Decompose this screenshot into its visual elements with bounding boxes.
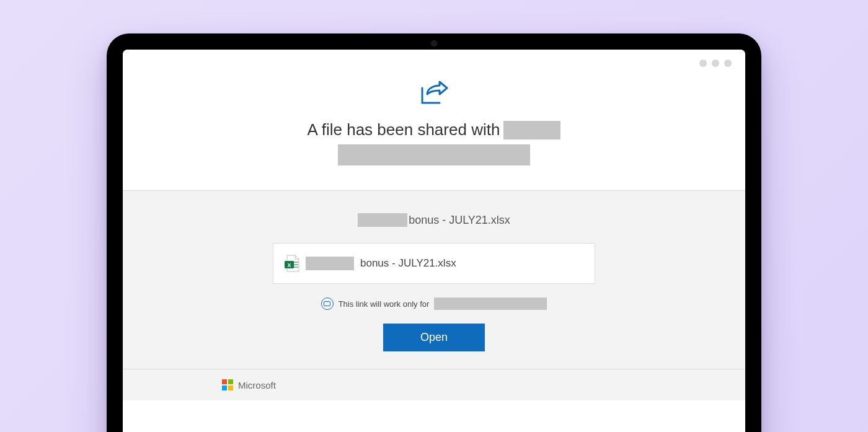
headline-text: A file has been shared with — [308, 120, 500, 139]
share-icon — [418, 79, 450, 109]
screen: A file has been shared with bonus - JULY… — [123, 50, 745, 432]
link-restriction-note: This link will work only for — [148, 298, 720, 310]
redacted-filename-prefix — [358, 213, 407, 227]
window-control-dot[interactable] — [699, 60, 707, 67]
link-note-text: This link will work only for — [339, 299, 430, 309]
filename-caption: bonus - JULY21.xlsx — [148, 213, 720, 227]
redacted-link-recipient — [434, 298, 547, 310]
device-frame: A file has been shared with bonus - JULY… — [107, 33, 761, 432]
footer-brand-text: Microsoft — [238, 380, 276, 390]
headline: A file has been shared with — [148, 120, 720, 165]
redacted-recipient-inline — [503, 121, 560, 139]
redacted-filebox-prefix — [306, 257, 354, 270]
footer: Microsoft — [123, 369, 745, 400]
window-control-dot[interactable] — [724, 60, 732, 67]
excel-file-icon: X — [285, 255, 299, 272]
window-controls[interactable] — [699, 60, 732, 67]
microsoft-logo-icon — [222, 379, 233, 390]
share-header-section: A file has been shared with — [123, 50, 745, 191]
svg-text:X: X — [287, 262, 291, 268]
redacted-recipient-line2 — [338, 144, 530, 165]
file-share-body: bonus - JULY21.xlsx X bonus - JULY21.x — [123, 191, 745, 369]
filename-suffix: bonus - JULY21.xlsx — [409, 214, 510, 227]
window-control-dot[interactable] — [712, 60, 719, 67]
secure-link-icon — [321, 298, 334, 310]
filebox-filename-suffix: bonus - JULY21.xlsx — [360, 257, 456, 270]
device-camera — [431, 40, 437, 46]
file-attachment-box[interactable]: X bonus - JULY21.xlsx — [273, 243, 595, 284]
open-button[interactable]: Open — [383, 324, 485, 351]
